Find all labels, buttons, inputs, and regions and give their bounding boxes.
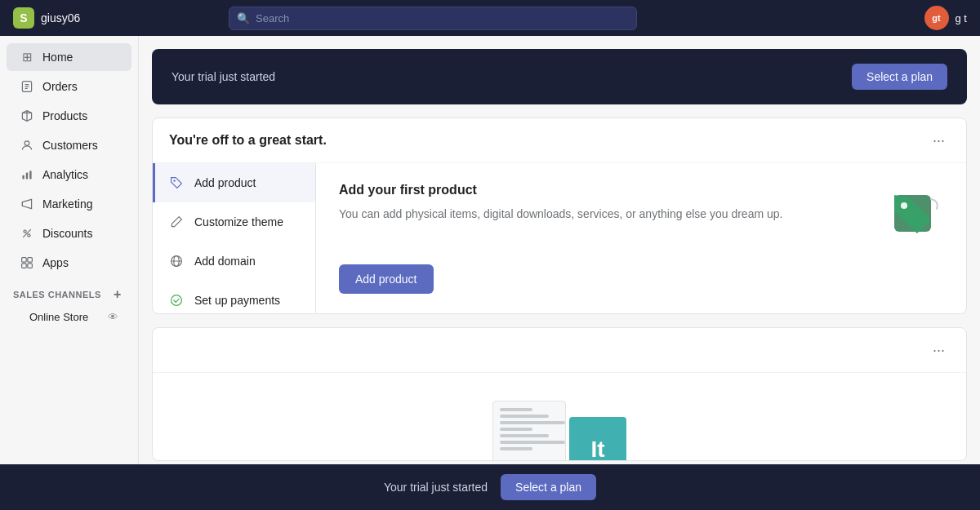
step-set-up-payments[interactable]: Set up payments xyxy=(153,281,315,314)
sidebar-item-products[interactable]: Products xyxy=(7,102,131,130)
top-navigation: S giusy06 🔍 gt g t xyxy=(0,0,980,36)
sidebar-item-discounts[interactable]: Discounts xyxy=(7,220,131,247)
add-sales-channel-button[interactable]: + xyxy=(110,287,125,302)
bottom-trial-bar: Your trial just started Select a plan xyxy=(0,464,980,510)
step-detail: Add your first product You can add physi… xyxy=(316,163,966,314)
step-add-product[interactable]: Add product xyxy=(153,163,315,202)
tag-icon xyxy=(168,175,185,191)
svg-rect-17 xyxy=(28,264,33,268)
search-bar-container: 🔍 xyxy=(229,7,637,30)
svg-rect-7 xyxy=(22,175,24,180)
svg-point-11 xyxy=(24,230,26,233)
svg-rect-8 xyxy=(26,173,28,180)
sidebar-item-apps-label: Apps xyxy=(42,256,69,269)
bottom-select-plan-button[interactable]: Select a plan xyxy=(501,474,596,500)
step-detail-title: Add your first product xyxy=(339,183,862,197)
steps-list: Add product Customize theme Add domain xyxy=(153,163,316,314)
sidebar-item-marketing[interactable]: Marketing xyxy=(7,190,131,218)
sidebar: ⊞ Home Orders Products Customers Analy xyxy=(0,36,139,510)
trial-banner: Your trial just started Select a plan xyxy=(152,49,967,104)
apps-icon xyxy=(20,255,34,270)
doc-illustration: It xyxy=(492,392,626,461)
analytics-icon xyxy=(20,167,34,182)
step-add-domain-label: Add domain xyxy=(194,255,256,268)
eye-icon[interactable]: 👁 xyxy=(108,311,118,323)
shopify-logo: S xyxy=(13,7,34,29)
sidebar-item-online-store[interactable]: Online Store 👁 xyxy=(7,306,131,328)
step-add-domain[interactable]: Add domain xyxy=(153,242,315,281)
getting-started-card: You're off to a great start. ··· Add pro… xyxy=(152,118,967,314)
select-plan-button[interactable]: Select a plan xyxy=(852,64,947,90)
svg-point-25 xyxy=(901,202,907,209)
globe-icon xyxy=(168,253,185,269)
pencil-icon xyxy=(168,214,185,230)
customers-icon xyxy=(20,138,34,153)
sidebar-item-home-label: Home xyxy=(42,51,73,64)
trial-banner-text: Your trial just started xyxy=(172,70,275,83)
bottom-bar-text: Your trial just started xyxy=(384,481,488,494)
nav-right: gt g t xyxy=(924,6,967,30)
second-card-body: It xyxy=(153,373,966,461)
main-content: Your trial just started Select a plan Yo… xyxy=(139,36,980,510)
svg-point-12 xyxy=(28,234,30,237)
svg-point-23 xyxy=(172,295,182,306)
sidebar-item-customers-label: Customers xyxy=(42,139,98,152)
sidebar-item-home[interactable]: ⊞ Home xyxy=(7,43,131,71)
svg-point-6 xyxy=(24,141,29,146)
svg-rect-15 xyxy=(28,258,33,263)
username-label: g t xyxy=(956,12,967,24)
search-icon: 🔍 xyxy=(237,12,250,24)
sidebar-item-analytics[interactable]: Analytics xyxy=(7,161,131,188)
products-icon xyxy=(20,109,34,123)
card-title: You're off to a great start. xyxy=(169,133,327,148)
sidebar-item-customers[interactable]: Customers xyxy=(7,131,131,159)
more-options-button[interactable]: ··· xyxy=(928,131,950,149)
sidebar-item-apps[interactable]: Apps xyxy=(7,249,131,277)
svg-rect-16 xyxy=(22,264,27,268)
step-detail-text: Add your first product You can add physi… xyxy=(339,183,862,223)
step-customize-theme-label: Customize theme xyxy=(194,215,283,228)
sales-channels-label: SALES CHANNELS xyxy=(13,290,101,299)
store-brand[interactable]: S giusy06 xyxy=(13,7,80,29)
home-icon: ⊞ xyxy=(20,50,34,64)
step-add-product-label: Add product xyxy=(194,176,256,189)
marketing-icon xyxy=(20,197,34,211)
sidebar-item-orders-label: Orders xyxy=(42,80,78,93)
product-illustration xyxy=(878,183,943,248)
card-header: You're off to a great start. ··· xyxy=(153,118,966,163)
step-detail-desc: You can add physical items, digital down… xyxy=(339,206,862,223)
svg-rect-14 xyxy=(22,258,27,263)
second-card-header: ··· xyxy=(153,328,966,373)
sidebar-item-analytics-label: Analytics xyxy=(42,168,88,181)
store-name: giusy06 xyxy=(41,11,80,24)
second-card-more-button[interactable]: ··· xyxy=(928,341,950,359)
step-set-up-payments-label: Set up payments xyxy=(194,294,280,307)
second-card: ··· It xyxy=(152,327,967,461)
online-store-label: Online Store xyxy=(29,311,88,323)
add-product-cta-button[interactable]: Add product xyxy=(339,264,434,294)
sidebar-item-products-label: Products xyxy=(42,109,87,122)
step-customize-theme[interactable]: Customize theme xyxy=(153,202,315,242)
step-detail-content: Add your first product You can add physi… xyxy=(339,183,943,248)
svg-rect-9 xyxy=(29,171,31,179)
avatar[interactable]: gt xyxy=(924,6,949,30)
steps-card: Add product Customize theme Add domain xyxy=(153,163,966,314)
sidebar-item-orders[interactable]: Orders xyxy=(7,73,131,100)
sales-channels-header: SALES CHANNELS + xyxy=(0,277,138,305)
sidebar-item-marketing-label: Marketing xyxy=(42,197,92,211)
search-input[interactable] xyxy=(229,7,637,30)
orders-icon xyxy=(20,79,34,94)
check-circle-icon xyxy=(168,292,185,308)
svg-point-19 xyxy=(173,180,175,181)
discounts-icon xyxy=(20,226,34,241)
sidebar-item-discounts-label: Discounts xyxy=(42,227,92,240)
